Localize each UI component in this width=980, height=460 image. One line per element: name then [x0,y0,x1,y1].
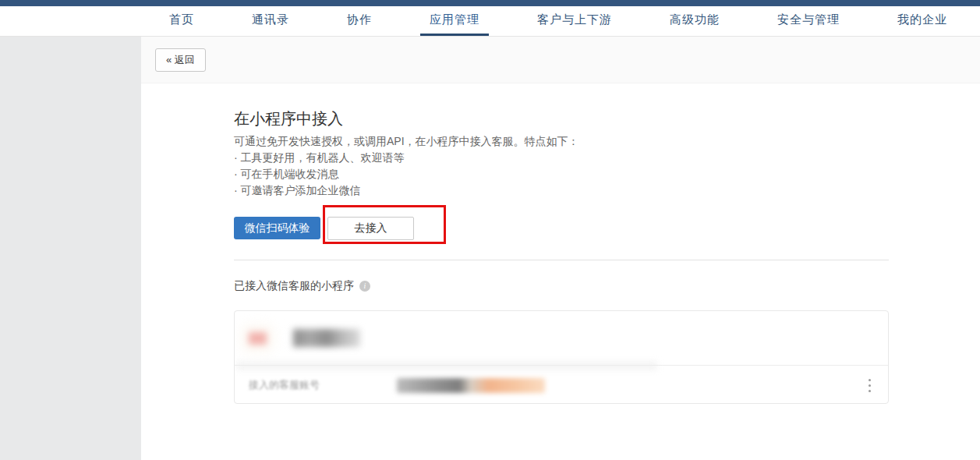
tab-label: 我的企业 [897,12,947,27]
tab-my-enterprise[interactable]: 我的企业 [888,6,957,36]
tab-contacts[interactable]: 通讯录 [242,6,299,36]
action-button-row: 微信扫码体验 去接入 [234,205,889,244]
kebab-menu-icon[interactable] [864,376,876,395]
blur-smear [236,362,657,370]
tab-app-management[interactable]: 应用管理 [420,6,489,36]
tab-advanced-features[interactable]: 高级功能 [660,6,729,36]
connected-account-row: 接入的客服账号 [235,366,888,404]
page-description: 可通过免开发快速授权，或调用API，在小程序中接入客服。特点如下： [234,133,889,150]
top-navigation: 首页 通讯录 协作 应用管理 客户与上下游 高级功能 安全与管理 我的企业 [0,6,980,37]
wechat-scan-experience-button[interactable]: 微信扫码体验 [234,217,320,239]
section-divider [234,260,889,260]
tab-security-management[interactable]: 安全与管理 [768,6,849,36]
connected-miniprogram-card: 接入的客服账号 [234,310,889,404]
redacted-account-value [397,378,545,393]
tab-label: 首页 [169,12,194,27]
tab-label: 协作 [347,12,372,27]
tab-label: 安全与管理 [777,12,840,27]
tab-home[interactable]: 首页 [160,6,203,36]
connected-section-header: 已接入微信客服的小程序 i [234,279,889,293]
feature-bullet: · 可在手机端收发消息 [234,166,889,182]
miniprogram-summary-row [235,311,888,365]
tab-customers-supply-chain[interactable]: 客户与上下游 [528,6,621,36]
redacted-miniprogram-name [293,329,360,347]
back-button[interactable]: « 返回 [155,48,206,72]
tab-collaboration[interactable]: 协作 [338,6,381,36]
connected-section-title: 已接入微信客服的小程序 [234,279,354,293]
tab-label: 高级功能 [670,12,720,27]
page-title: 在小程序中接入 [234,108,889,129]
feature-bullet: · 可邀请客户添加企业微信 [234,182,889,199]
go-connect-button[interactable]: 去接入 [327,217,414,240]
top-banner [0,0,980,6]
page-toolbar: « 返回 [141,37,980,83]
info-icon[interactable]: i [359,281,370,292]
page-body: 在小程序中接入 可通过免开发快速授权，或调用API，在小程序中接入客服。特点如下… [141,108,980,404]
feature-bullet: · 工具更好用，有机器人、欢迎语等 [234,150,889,166]
connected-account-label: 接入的客服账号 [249,378,397,392]
tab-label: 客户与上下游 [537,12,612,27]
redacted-miniprogram-avatar [249,332,267,345]
main-content-area: « 返回 在小程序中接入 可通过免开发快速授权，或调用API，在小程序中接入客服… [141,37,980,460]
feature-bullet-list: · 工具更好用，有机器人、欢迎语等 · 可在手机端收发消息 · 可邀请客户添加企… [234,150,889,199]
tab-label: 通讯录 [252,12,289,27]
left-sidebar-panel [0,37,141,460]
tab-label: 应用管理 [430,12,479,27]
